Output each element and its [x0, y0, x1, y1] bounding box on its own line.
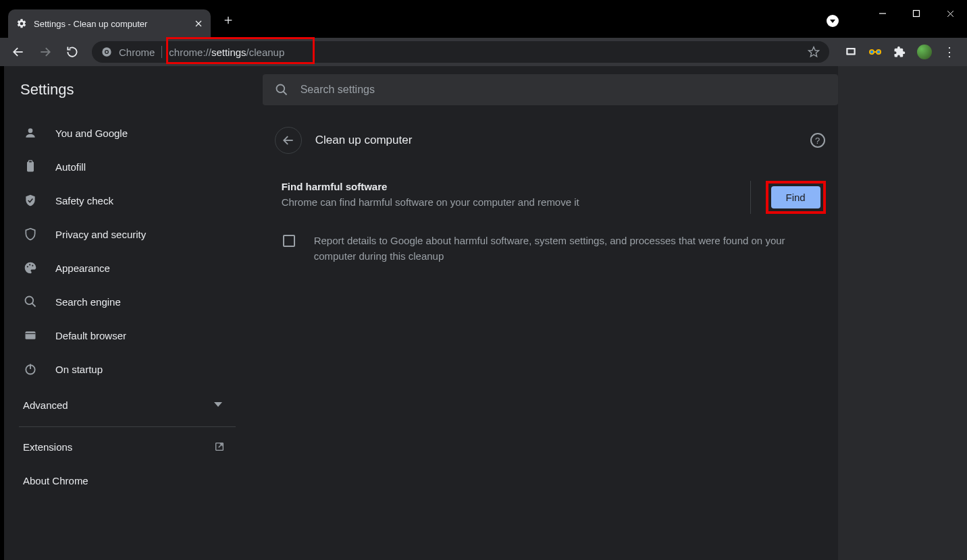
content-title: Clean up computer — [315, 134, 413, 147]
window-maximize-button[interactable] — [899, 0, 933, 27]
site-identity-icon — [101, 47, 112, 57]
nav-back-button[interactable] — [7, 40, 30, 63]
search-placeholder: Search settings — [300, 84, 375, 96]
shield-icon — [23, 227, 38, 241]
vertical-divider — [750, 181, 751, 214]
browser-toolbar: Chrome chrome://settings/cleanup ⋮ — [0, 38, 967, 66]
nav-safety-check[interactable]: Safety check — [14, 184, 263, 217]
nav-on-startup[interactable]: On startup — [14, 352, 263, 386]
browser-window-icon — [23, 329, 38, 342]
content-header: Clean up computer ? — [275, 127, 825, 154]
nav-default-browser[interactable]: Default browser — [14, 318, 263, 352]
nav-search-engine[interactable]: Search engine — [14, 285, 263, 318]
nav-privacy-security[interactable]: Privacy and security — [14, 217, 263, 251]
find-title: Find harmful software — [282, 181, 735, 192]
address-bar[interactable]: Chrome chrome://settings/cleanup — [92, 41, 829, 63]
nav-reload-button[interactable] — [61, 40, 84, 63]
find-harmful-row: Find harmful software Chrome can find ha… — [282, 181, 826, 214]
power-icon — [23, 362, 38, 376]
find-text: Find harmful software Chrome can find ha… — [282, 181, 735, 208]
site-label: Chrome — [119, 47, 155, 58]
find-subtitle: Chrome can find harmful software on your… — [282, 196, 735, 208]
nav-label: Privacy and security — [55, 229, 146, 240]
nav-forward-button[interactable] — [34, 40, 57, 63]
report-checkbox[interactable] — [283, 235, 295, 247]
cast-icon[interactable] — [844, 45, 858, 59]
update-badge-icon[interactable] — [827, 15, 839, 27]
svg-rect-5 — [914, 11, 920, 17]
cleanup-section: Find harmful software Chrome can find ha… — [282, 181, 826, 264]
settings-sidebar: Settings You and Google Autofill Safety … — [4, 66, 263, 560]
url-text: chrome://settings/cleanup — [169, 47, 284, 58]
chevron-down-icon — [214, 402, 222, 408]
svg-point-24 — [27, 266, 28, 267]
extension-glasses-icon[interactable] — [868, 45, 882, 59]
svg-point-27 — [26, 297, 34, 305]
titlebar: Settings - Clean up computer — [0, 0, 967, 38]
clipboard-icon — [23, 160, 38, 173]
nav-you-and-google[interactable]: You and Google — [14, 116, 263, 150]
content-back-button[interactable] — [275, 127, 302, 154]
window-close-button[interactable] — [933, 0, 967, 27]
svg-rect-15 — [848, 49, 854, 53]
bookmark-star-button[interactable] — [808, 46, 820, 58]
open-external-icon — [214, 441, 225, 452]
nav-label: On startup — [55, 364, 103, 375]
nav-label: You and Google — [55, 128, 128, 139]
profile-avatar[interactable] — [917, 45, 932, 59]
nav-about-chrome[interactable]: About Chrome — [14, 464, 263, 497]
svg-point-19 — [877, 51, 880, 53]
help-button[interactable]: ? — [810, 133, 825, 148]
omnibox-separator — [161, 46, 162, 58]
chrome-menu-button[interactable]: ⋮ — [943, 45, 956, 59]
svg-rect-23 — [29, 161, 32, 163]
shield-check-icon — [23, 194, 38, 207]
nav-list: You and Google Autofill Safety check Pri… — [14, 116, 263, 386]
browser-tab[interactable]: Settings - Clean up computer — [8, 9, 211, 38]
page-title: Settings — [14, 66, 263, 116]
settings-search[interactable]: Search settings — [263, 74, 838, 105]
extension-icons: ⋮ — [844, 45, 956, 59]
svg-marker-34 — [214, 402, 222, 407]
svg-point-21 — [28, 128, 33, 133]
window-controls — [866, 0, 967, 27]
svg-point-18 — [870, 51, 873, 53]
nav-label: Appearance — [55, 262, 110, 274]
extensions-label: Extensions — [23, 441, 72, 453]
palette-icon — [23, 261, 38, 275]
right-gutter — [838, 66, 967, 560]
nav-appearance[interactable]: Appearance — [14, 251, 263, 285]
svg-line-28 — [32, 304, 36, 307]
gear-icon — [16, 18, 27, 29]
new-tab-button[interactable] — [223, 15, 234, 26]
svg-marker-13 — [809, 47, 819, 57]
svg-point-25 — [29, 264, 30, 265]
about-label: About Chrome — [23, 475, 88, 486]
nav-label: Safety check — [55, 195, 113, 206]
report-row: Report details to Google about harmful s… — [282, 233, 826, 264]
extensions-puzzle-icon[interactable] — [893, 45, 906, 59]
nav-label: Search engine — [55, 296, 121, 308]
window-minimize-button[interactable] — [866, 0, 899, 27]
svg-point-36 — [276, 85, 284, 93]
nav-label: Default browser — [55, 330, 126, 341]
nav-extensions[interactable]: Extensions — [14, 430, 263, 464]
person-icon — [23, 126, 38, 140]
svg-point-12 — [105, 51, 107, 53]
nav-label: Autofill — [55, 161, 86, 173]
find-button[interactable]: Find — [771, 186, 820, 208]
nav-advanced-toggle[interactable]: Advanced — [14, 386, 263, 424]
nav-autofill[interactable]: Autofill — [14, 150, 263, 184]
annotation-highlight-find: Find — [766, 181, 826, 214]
search-icon — [23, 295, 38, 308]
sidebar-divider — [19, 426, 236, 427]
svg-point-26 — [32, 265, 33, 267]
settings-main: Search settings Clean up computer ? Find… — [263, 66, 838, 560]
search-icon — [275, 83, 288, 96]
report-description: Report details to Google about harmful s… — [314, 233, 800, 264]
svg-line-37 — [283, 92, 286, 95]
settings-page: Settings You and Google Autofill Safety … — [0, 66, 967, 560]
tab-title: Settings - Clean up computer — [34, 19, 188, 29]
advanced-label: Advanced — [23, 399, 68, 411]
tab-close-button[interactable] — [194, 20, 203, 28]
